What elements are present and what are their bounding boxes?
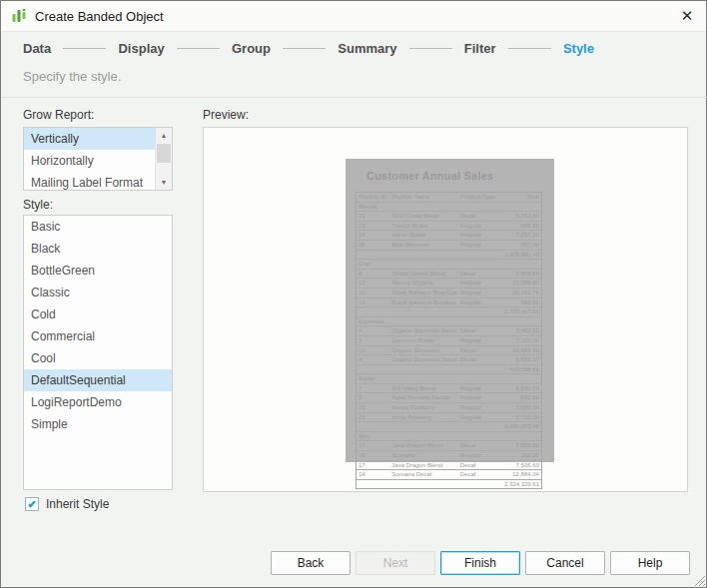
wizard-step-filter[interactable]: Filter [464,41,496,56]
report-cell: 2,324,329.61 [356,480,541,489]
report-data-row: 8Shade Grown BlendDecaf2,979.09 [356,270,541,280]
report-cell: 691.60 [508,393,541,402]
report-cell: Decaf [458,461,508,470]
close-icon[interactable]: ✕ [674,4,700,28]
report-data-row: 12Sheik Bahadur Blue/GoldRegular24,161.7… [356,289,541,298]
report-cell: 12 [356,289,389,297]
report-cell: 17 [356,461,389,470]
report-data-row: 17Java Dragon BlendDecaf7,505.60 [356,461,541,471]
resize-grip[interactable] [692,573,705,586]
create-banded-object-dialog: Create Banded Object ✕ DataDisplayGroupS… [0,0,707,588]
report-cell: Gold Coast Blend [389,212,457,221]
step-connector [177,48,220,49]
grow-option-vertically[interactable]: Vertically [24,128,155,150]
report-cell: 24,161.76 [508,289,541,297]
inherit-style-label: Inherit Style [46,497,109,511]
style-option-bottlegreen[interactable]: BottleGreen [24,260,172,282]
grow-report-scrollbar[interactable]: ▲ ▼ [155,128,172,190]
report-cell: Java Dragon Blend [389,441,457,450]
report-cell: 4 [356,355,389,364]
grow-option-horizontally[interactable]: Horizontally [24,150,155,172]
wizard-step-data[interactable]: Data [23,41,51,56]
report-data-row: 22Organic EspressoDecaf10,962.90 [356,346,541,356]
style-option-defaultsequential[interactable]: DefaultSequential [24,369,172,391]
report-data-row: 1Espresso RoastRegular7,110.10 [356,336,541,346]
report-cell: Espresso Roast [389,336,457,345]
report-cell: 3,452.52 [508,326,541,335]
report-cell: 12,884.04 [508,470,541,479]
report-cell: 3,589.36 [508,403,541,412]
style-option-commercial[interactable]: Commercial [24,325,172,347]
report-cell: 8,569.97 [508,355,541,364]
style-option-black[interactable]: Black [24,238,172,260]
cancel-button[interactable]: Cancel [525,551,605,575]
report-total-row: 400,034.61 [356,365,541,375]
report-cell: 9,852.60 [508,212,541,221]
report-data-row: 23French RoastRegular565.95 [356,222,541,232]
report-cell: Decaf [458,470,508,479]
scroll-down-icon[interactable]: ▼ [156,175,172,190]
report-cell: 10,962.90 [508,346,541,355]
report-cell: 266.20 [508,451,541,460]
back-button[interactable]: Back [271,551,351,575]
report-table: Product IDProduct NameProduct TypeTotalB… [355,192,542,489]
report-cell: 7 [356,384,389,393]
style-option-basic[interactable]: Basic [24,216,172,238]
report-cell: Regular [458,279,508,288]
report-cell: 26 [356,241,389,250]
report-cell: 5 [356,393,389,402]
wizard-step-style[interactable]: Style [563,41,594,56]
wizard-step-summary[interactable]: Summary [338,41,396,56]
style-option-classic[interactable]: Classic [24,282,172,303]
step-connector [409,48,452,49]
finish-button[interactable]: Finish [440,551,520,575]
preview-label: Preview: [203,108,249,122]
wizard-steps: DataDisplayGroupSummaryFilterStyle [23,37,594,59]
grow-option-mailing-label-format[interactable]: Mailing Label Format [24,172,155,191]
style-option-simple[interactable]: Simple [24,413,172,435]
report-cell: 1 [356,336,389,345]
scrollbar-thumb[interactable] [157,144,171,163]
report-cell: 24 [356,231,389,240]
report-cell: French Roast [389,222,457,231]
report-cell: Regular [458,403,508,412]
report-cell: 384.61 [508,298,541,307]
report-data-row: 14Sumatra DecafDecaf12,884.04 [356,470,541,480]
report-cell: Product Name [389,193,457,202]
inherit-style-checkbox[interactable]: ✔ Inherit Style [25,497,109,511]
report-cell: Regular [458,384,508,393]
report-cell: Shade Grown Blend [389,270,457,279]
report-cell: Espresso [356,317,541,326]
report-cell: Regular [458,222,508,231]
checkmark-icon[interactable]: ✔ [25,497,39,511]
report-cell: Regular [458,413,508,422]
report-data-row: 21Gold Coast BlendDecaf9,852.60 [356,212,541,222]
report-cell: 29 [356,413,389,422]
report-cell: 21 [356,403,389,412]
grow-report-options: VerticallyHorizontallyMailing Label Form… [24,128,155,191]
wizard-step-display[interactable]: Display [118,41,164,56]
report-cell: 13 [356,298,389,307]
scroll-up-icon[interactable]: ▲ [156,128,172,143]
report-cell: Regular [458,451,508,460]
style-option-cool[interactable]: Cool [24,347,172,369]
style-option-logireportdemo[interactable]: LogiReportDemo [24,391,172,413]
report-cell: Italian Roast [389,231,457,240]
wizard-step-group[interactable]: Group [232,41,271,56]
report-data-row: 24Italian RoastRegular7,267.20 [356,231,541,241]
style-list[interactable]: BasicBlackBottleGreenClassicColdCommerci… [23,215,173,490]
report-cell: Mexico Organic [389,279,457,288]
report-data-row: 21Kenya PeaberryRegular3,589.36 [356,403,541,413]
report-cell: Regular [458,298,508,307]
help-button[interactable]: Help [610,551,690,575]
report-cell: 4 [356,326,389,335]
report-cell: 565.95 [508,222,541,231]
report-total-row: 1,029,895.43 [356,251,541,261]
title-bar: Create Banded Object ✕ [1,1,706,32]
report-data-row: 4Organic Espresso DecafDecaf8,569.97 [356,355,541,365]
report-cell: Exotic [356,374,541,383]
step-connector [283,48,326,49]
report-cell: Product Type [458,193,508,202]
style-option-cold[interactable]: Cold [24,303,172,325]
grow-report-list[interactable]: VerticallyHorizontallyMailing Label Form… [23,127,173,191]
